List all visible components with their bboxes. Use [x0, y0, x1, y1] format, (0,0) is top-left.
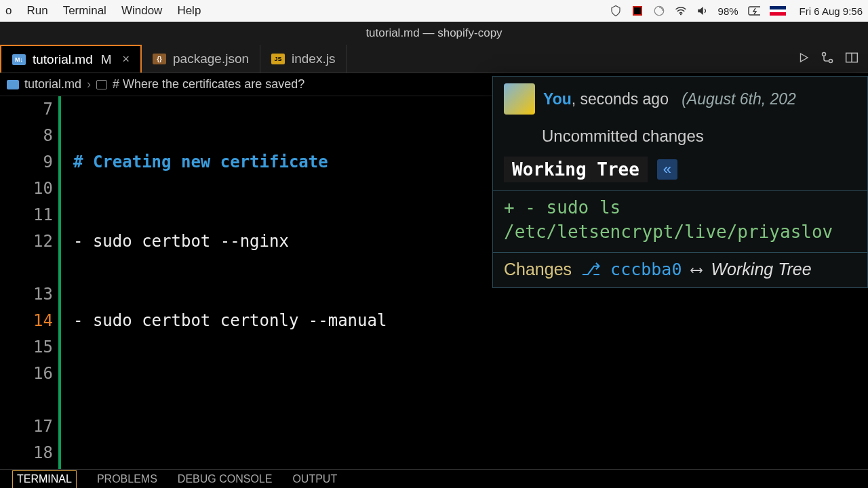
- menu-item[interactable]: o: [5, 4, 12, 18]
- panel-tab-output[interactable]: OUTPUT: [292, 470, 337, 488]
- volume-icon[interactable]: [696, 5, 709, 17]
- bottom-panel-tabs: TERMINAL PROBLEMS DEBUG CONSOLE OUTPUT: [0, 469, 868, 488]
- tab-index-js[interactable]: JS index.js: [260, 45, 347, 73]
- working-tree-label: Working Tree: [711, 260, 812, 279]
- chevron-left-icon[interactable]: «: [657, 159, 677, 180]
- author-when: , seconds ago: [572, 90, 669, 108]
- close-icon[interactable]: ×: [123, 52, 130, 66]
- panel-tab-debug-console[interactable]: DEBUG CONSOLE: [178, 470, 273, 488]
- input-source-flag-icon[interactable]: [770, 6, 786, 16]
- tab-label: index.js: [292, 52, 335, 66]
- commit-date: (August 6th, 202: [682, 90, 796, 108]
- panel-tab-problems[interactable]: PROBLEMS: [97, 470, 157, 488]
- markdown-icon: M↓: [12, 54, 26, 65]
- working-tree-badge[interactable]: Working Tree: [504, 157, 648, 182]
- menu-item[interactable]: Run: [26, 4, 47, 18]
- line-number-gutter: 7 8 9 10 11 12 13 14 15 16 17 18: [0, 96, 60, 466]
- svg-point-7: [829, 59, 833, 62]
- wifi-icon[interactable]: [675, 5, 687, 17]
- js-icon: JS: [271, 54, 285, 64]
- svg-rect-1: [634, 7, 641, 14]
- heading-icon: [96, 80, 107, 89]
- diff-icon[interactable]: [821, 51, 834, 67]
- svg-point-6: [823, 52, 826, 56]
- panel-tab-terminal[interactable]: TERMINAL: [12, 470, 77, 488]
- macos-menubar: o Run Terminal Window Help 98% Fri 6 Aug…: [0, 0, 868, 22]
- changes-label[interactable]: Changes: [504, 260, 572, 279]
- shield-icon[interactable]: [610, 5, 622, 17]
- svg-point-3: [679, 14, 681, 15]
- clock: Fri 6 Aug 9:56: [795, 5, 863, 17]
- editor-tabs: M↓ tutorial.md M × {} package.json JS in…: [0, 45, 868, 73]
- code-line: - sudo certbot --nginx: [73, 228, 289, 255]
- split-editor-icon[interactable]: [845, 52, 859, 66]
- compare-arrow-icon: ⟷: [691, 260, 701, 279]
- tab-tutorial[interactable]: M↓ tutorial.md M ×: [0, 45, 142, 73]
- modified-badge: M: [101, 52, 112, 67]
- menu-item[interactable]: Window: [121, 4, 162, 18]
- run-icon[interactable]: [797, 52, 810, 66]
- commit-hash[interactable]: cccbba0: [610, 260, 682, 279]
- breadcrumb-file[interactable]: tutorial.md: [24, 77, 81, 92]
- tab-label: tutorial.md: [33, 52, 93, 67]
- battery-icon[interactable]: [748, 5, 760, 17]
- breadcrumb-section[interactable]: # Where the certificates are saved?: [113, 77, 304, 92]
- code-line: - sudo certbot certonly --manual: [73, 308, 387, 334]
- menu-item[interactable]: Help: [177, 4, 201, 18]
- diff-preview: + - sudo ls /etc/letsencrypt/live/priyas…: [493, 190, 867, 253]
- tab-package-json[interactable]: {} package.json: [142, 45, 260, 73]
- battery-percent: 98%: [718, 5, 738, 17]
- window-title: tutorial.md — shopify-copy: [0, 22, 868, 45]
- heading: # Creating new certificate: [73, 149, 328, 176]
- chevron-right-icon: ›: [87, 77, 91, 92]
- avatar: [504, 83, 535, 115]
- commit-message: Uncommitted changes: [493, 121, 867, 157]
- menu-item[interactable]: Terminal: [63, 4, 106, 18]
- tab-label: package.json: [173, 52, 249, 66]
- record-icon[interactable]: [631, 5, 644, 17]
- sync-icon[interactable]: [653, 5, 665, 17]
- author-name[interactable]: You: [543, 90, 572, 108]
- json-icon: {}: [153, 54, 166, 64]
- markdown-icon: [7, 80, 19, 89]
- commit-icon: ⎇: [581, 260, 601, 279]
- git-modified-gutter: [58, 96, 61, 488]
- gitlens-hover-panel: You, seconds ago (August 6th, 202 Uncomm…: [492, 76, 868, 288]
